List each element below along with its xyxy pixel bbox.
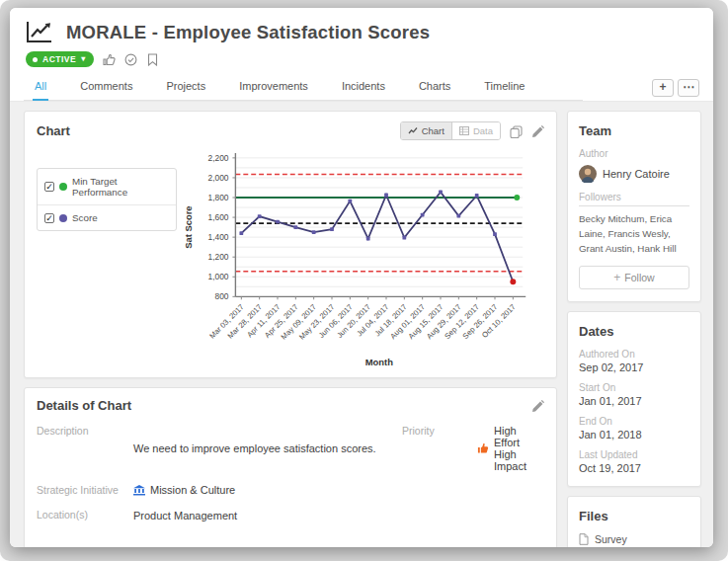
plus-icon: +: [613, 271, 620, 284]
locations-label: Location(s): [37, 509, 123, 522]
dates-list: Authored OnSep 02, 2017Start OnJan 01, 2…: [579, 349, 689, 474]
edit-details-pencil-icon[interactable]: [531, 399, 544, 412]
dates-panel: Dates Authored OnSep 02, 2017Start OnJan…: [567, 311, 701, 487]
locations-value: Product Management: [133, 509, 544, 522]
follow-button[interactable]: + Follow: [579, 266, 689, 289]
team-panel-title: Team: [579, 123, 611, 138]
bookmark-icon[interactable]: [146, 53, 159, 66]
thumbs-up-icon[interactable]: [103, 53, 116, 66]
svg-text:1,000: 1,000: [207, 272, 228, 281]
tab-improvements[interactable]: Improvements: [237, 75, 310, 100]
svg-text:1,600: 1,600: [207, 212, 228, 222]
priority-value: High Effort High Impact: [477, 425, 544, 472]
author-label: Author: [579, 148, 689, 159]
priority-thumbs-up-icon: [477, 442, 489, 454]
table-icon: [459, 126, 469, 135]
line-chart-icon: [24, 20, 53, 45]
file-item[interactable]: Survey: [579, 533, 689, 545]
legend-dot-icon: [59, 214, 67, 222]
tab-charts[interactable]: Charts: [417, 75, 452, 100]
caret-down-icon: ▾: [81, 56, 86, 62]
files-panel-title: Files: [579, 509, 608, 523]
date-label: Last Updated: [579, 449, 689, 460]
chart-data-toggle: Chart Data: [400, 121, 501, 140]
document-icon: [579, 533, 589, 545]
date-value: Jan 01, 2018: [579, 429, 689, 441]
date-label: Authored On: [579, 349, 689, 360]
followers-divider: [579, 205, 689, 206]
tab-all[interactable]: All: [33, 75, 48, 101]
strategic-initiative-label: Strategic Initiative: [37, 484, 123, 498]
svg-text:2,000: 2,000: [207, 173, 228, 183]
legend-checkbox[interactable]: ✓: [44, 213, 54, 223]
date-item: Start OnJan 01, 2017: [579, 382, 689, 407]
details-panel: Details of Chart Description We need to …: [24, 387, 557, 548]
svg-text:800: 800: [214, 291, 228, 301]
add-button[interactable]: +: [652, 79, 674, 97]
followers-list: Becky Mitchum, Erica Laine, Francis Wesl…: [579, 211, 689, 257]
date-item: Authored OnSep 02, 2017: [579, 349, 689, 373]
status-label: ACTIVE: [42, 54, 76, 64]
copy-icon[interactable]: [510, 124, 523, 137]
team-panel: Team Author Henry Catoire Followers Beck…: [567, 111, 701, 302]
legend-label: Score: [72, 212, 98, 223]
mini-line-chart-icon: [408, 126, 418, 135]
tab-timeline[interactable]: Timeline: [482, 75, 526, 100]
date-item: Last UpdatedOct 19, 2017: [579, 449, 689, 474]
followers-label: Followers: [579, 192, 689, 202]
tab-bar-tabs: AllCommentsProjectsImprovementsIncidents…: [24, 75, 583, 101]
date-label: Start On: [579, 382, 689, 393]
tab-comments[interactable]: Comments: [78, 75, 134, 100]
status-dot-icon: [33, 57, 38, 62]
initiative-bank-icon: [133, 485, 145, 496]
legend-label: Min Target Performance: [72, 176, 169, 198]
chart-legend: ✓Min Target Performance✓Score: [37, 168, 177, 231]
legend-dot-icon: [59, 183, 67, 191]
legend-item[interactable]: ✓Min Target Performance: [38, 169, 176, 205]
chart-panel-title: Chart: [37, 123, 70, 138]
svg-text:1,400: 1,400: [207, 232, 228, 242]
files-panel: Files Survey + Add File: [567, 496, 701, 547]
tab-incidents[interactable]: Incidents: [340, 75, 387, 100]
more-button[interactable]: ⋯: [678, 79, 699, 97]
description-label: Description: [37, 425, 123, 472]
author-avatar: [579, 165, 597, 183]
svg-text:1,200: 1,200: [207, 252, 228, 262]
strategic-initiative-value: Mission & Culture: [133, 484, 544, 498]
date-value: Oct 19, 2017: [579, 462, 689, 474]
chart-panel: Chart Chart: [24, 111, 557, 378]
author-name[interactable]: Henry Catoire: [603, 168, 670, 180]
svg-text:Month: Month: [365, 357, 393, 367]
sat-score-chart[interactable]: 8001,0001,2001,4001,6001,8002,0002,200Ma…: [181, 146, 544, 373]
legend-item[interactable]: ✓Score: [38, 205, 176, 230]
date-value: Sep 02, 2017: [579, 361, 689, 373]
details-panel-title: Details of Chart: [37, 398, 131, 413]
date-value: Jan 01, 2017: [579, 395, 689, 407]
svg-text:2,200: 2,200: [207, 153, 228, 163]
svg-text:1,800: 1,800: [207, 193, 228, 202]
tab-projects[interactable]: Projects: [164, 75, 207, 100]
svg-text:Sat Score: Sat Score: [183, 205, 194, 248]
page-title: MORALE - Employee Satisfaction Scores: [66, 22, 430, 43]
dates-panel-title: Dates: [579, 324, 613, 339]
check-circle-icon[interactable]: [124, 53, 137, 66]
legend-checkbox[interactable]: ✓: [44, 182, 54, 192]
edit-pencil-icon[interactable]: [531, 124, 544, 137]
tab-bar: AllCommentsProjectsImprovementsIncidents…: [10, 75, 713, 101]
content-area: Chart Chart: [10, 101, 713, 547]
window-header: MORALE - Employee Satisfaction Scores AC…: [10, 8, 713, 67]
status-badge[interactable]: ACTIVE ▾: [26, 51, 94, 67]
app-window: MORALE - Employee Satisfaction Scores AC…: [10, 8, 713, 547]
description-value: We need to improve employee satisfaction…: [133, 425, 392, 472]
chart-view-button[interactable]: Chart: [401, 122, 452, 139]
data-view-button[interactable]: Data: [452, 122, 500, 139]
date-item: End OnJan 01, 2018: [579, 416, 689, 441]
priority-label: Priority: [402, 425, 467, 472]
date-label: End On: [579, 416, 689, 427]
